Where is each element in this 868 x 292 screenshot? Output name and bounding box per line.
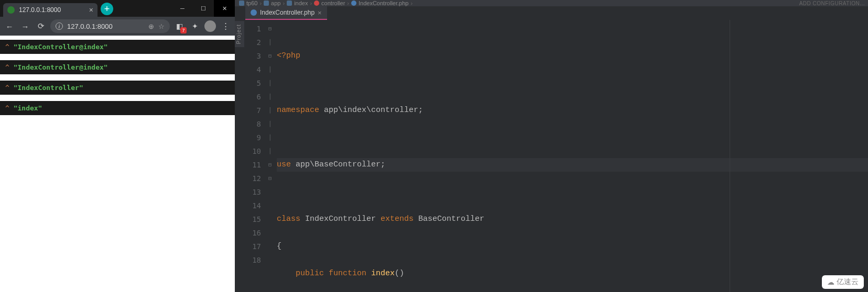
maximize-button[interactable]: ☐ <box>193 0 214 17</box>
watermark: ☁ 亿速云 <box>822 275 864 289</box>
page-content: ^ "IndexController@index" ^ "IndexContro… <box>0 36 235 292</box>
minimize-button[interactable]: ─ <box>172 0 193 17</box>
php-file-icon <box>251 9 257 16</box>
favicon-icon <box>7 6 15 14</box>
folder-icon <box>287 1 292 6</box>
chevron-right-icon: › <box>410 0 413 6</box>
close-icon[interactable]: × <box>318 9 322 17</box>
dump-output: ^ "index" <box>0 101 235 115</box>
editor-tab[interactable]: IndexController.php × <box>245 6 327 20</box>
breadcrumb-item[interactable]: controller <box>314 0 345 6</box>
breadcrumb-item[interactable]: tp60 <box>239 0 257 6</box>
tab-title: 127.0.0.1:8000 <box>19 6 61 14</box>
php-file-icon <box>351 1 356 6</box>
menu-icon[interactable]: ⋮ <box>219 20 232 32</box>
close-tab-icon[interactable]: × <box>89 6 93 14</box>
fold-column: ⊟│⊟│││││││⊟⊟ <box>266 20 274 292</box>
reload-button[interactable]: ⟳ <box>35 20 47 32</box>
breadcrumb-item[interactable]: IndexController.php <box>351 0 408 6</box>
line-gutter: 123456789101112131415161718 <box>244 20 266 292</box>
back-button[interactable]: ← <box>3 20 16 32</box>
profile-avatar[interactable] <box>204 20 216 32</box>
browser-titlebar: 127.0.0.1:8000 × + ─ ☐ ✕ <box>0 0 235 17</box>
ide-window: tp60 › app › index › controller › IndexC… <box>235 0 868 292</box>
new-tab-button[interactable]: + <box>101 3 113 15</box>
dump-output: ^ "IndexController@index" <box>0 40 235 54</box>
address-bar[interactable]: i 127.0.0.1:8000 ⊕ ☆ <box>50 19 170 33</box>
editor-tab-label: IndexController.php <box>260 9 314 16</box>
project-tool-button[interactable]: Project <box>235 21 244 47</box>
forward-button[interactable]: → <box>19 20 31 32</box>
add-configuration-button[interactable]: ADD CONFIGURATION... <box>799 1 865 6</box>
browser-toolbar: ← → ⟳ i 127.0.0.1:8000 ⊕ ☆ ◧7 ✦ ⋮ <box>0 17 235 36</box>
dump-output: ^ "IndexController@index" <box>0 60 235 74</box>
chevron-right-icon: › <box>347 0 349 6</box>
breadcrumb: tp60 › app › index › controller › IndexC… <box>235 0 868 6</box>
folder-icon <box>239 1 244 6</box>
editor-tabs: IndexController.php × <box>235 6 868 20</box>
breadcrumb-item[interactable]: index <box>287 0 308 6</box>
code-area[interactable]: <?php namespace app\index\controller; us… <box>274 20 868 292</box>
chevron-right-icon: › <box>283 0 285 6</box>
right-margin-line <box>730 20 730 292</box>
folder-icon <box>314 1 319 6</box>
extension-icon[interactable]: ◧7 <box>173 20 186 32</box>
url-text: 127.0.0.1:8000 <box>67 23 113 30</box>
extension-badge: 7 <box>180 27 187 33</box>
dump-output: ^ "IndexController" <box>0 81 235 95</box>
folder-icon <box>264 1 269 6</box>
window-controls: ─ ☐ ✕ <box>172 0 235 17</box>
extensions-menu-icon[interactable]: ✦ <box>189 20 201 32</box>
search-icon[interactable]: ⊕ <box>148 23 154 30</box>
close-window-button[interactable]: ✕ <box>214 0 235 17</box>
cloud-icon: ☁ <box>827 278 834 286</box>
breadcrumb-item[interactable]: app <box>264 0 280 6</box>
bookmark-icon[interactable]: ☆ <box>158 23 165 30</box>
browser-window: 127.0.0.1:8000 × + ─ ☐ ✕ ← → ⟳ i 127.0.0… <box>0 0 235 292</box>
editor-body: 123456789101112131415161718 ⊟│⊟│││││││⊟⊟… <box>244 20 868 292</box>
chevron-right-icon: › <box>259 0 262 6</box>
browser-tab[interactable]: 127.0.0.1:8000 × <box>3 3 97 17</box>
site-info-icon[interactable]: i <box>56 23 63 30</box>
tab-strip: 127.0.0.1:8000 × + <box>0 0 172 17</box>
chevron-right-icon: › <box>310 0 312 6</box>
